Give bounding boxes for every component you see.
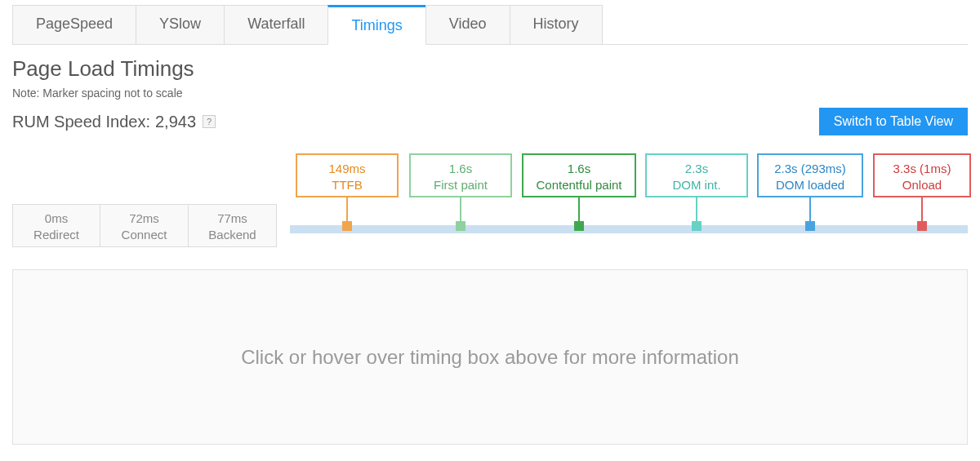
- dom-loaded-box[interactable]: 2.3s (293ms) DOM loaded: [757, 153, 863, 197]
- onload-box[interactable]: 3.3s (1ms) Onload: [873, 153, 971, 197]
- timeline-bar: [290, 225, 968, 233]
- info-panel: Click or hover over timing box above for…: [12, 269, 968, 445]
- connect-label: Connect: [100, 227, 188, 243]
- info-placeholder: Click or hover over timing box above for…: [241, 346, 739, 369]
- redirect-value: 0ms: [13, 211, 100, 227]
- connect-value: 72ms: [100, 211, 188, 227]
- backend-value: 77ms: [189, 211, 276, 227]
- onload-label: Onload: [875, 177, 969, 193]
- ttfb-label: TTFB: [297, 177, 397, 193]
- backend-box[interactable]: 77ms Backend: [189, 204, 277, 247]
- connect-box[interactable]: 72ms Connect: [100, 204, 189, 247]
- ttfb-value: 149ms: [297, 161, 397, 177]
- help-icon[interactable]: ?: [203, 115, 216, 128]
- switch-to-table-button[interactable]: Switch to Table View: [819, 108, 968, 135]
- tab-history[interactable]: History: [510, 5, 603, 44]
- rum-speed-index: RUM Speed Index: 2,943 ?: [12, 113, 216, 131]
- tab-bar: PageSpeed YSlow Waterfall Timings Video …: [12, 0, 968, 45]
- first-paint-value: 1.6s: [411, 161, 510, 177]
- dom-loaded-value: 2.3s (293ms): [759, 161, 862, 177]
- dom-int-box[interactable]: 2.3s DOM int.: [645, 153, 748, 197]
- page-title: Page Load Timings: [12, 56, 968, 82]
- dom-int-label: DOM int.: [647, 177, 746, 193]
- onload-value: 3.3s (1ms): [875, 161, 969, 177]
- backend-label: Backend: [189, 227, 276, 243]
- pre-timing-group: 0ms Redirect 72ms Connect 77ms Backend: [12, 204, 277, 247]
- scale-note: Note: Marker spacing not to scale: [12, 86, 968, 100]
- rum-label: RUM Speed Index:: [12, 113, 150, 131]
- tab-yslow[interactable]: YSlow: [136, 5, 225, 44]
- first-paint-box[interactable]: 1.6s First paint: [409, 153, 512, 197]
- contentful-paint-label: Contentful paint: [523, 177, 635, 193]
- timing-strip: 0ms Redirect 72ms Connect 77ms Backend 1…: [12, 153, 968, 259]
- redirect-box[interactable]: 0ms Redirect: [12, 204, 100, 247]
- tab-video[interactable]: Video: [425, 5, 510, 44]
- tab-waterfall[interactable]: Waterfall: [224, 5, 328, 44]
- first-paint-label: First paint: [411, 177, 510, 193]
- dom-loaded-label: DOM loaded: [759, 177, 862, 193]
- tab-timings[interactable]: Timings: [327, 5, 425, 45]
- redirect-label: Redirect: [13, 227, 100, 243]
- contentful-paint-box[interactable]: 1.6s Contentful paint: [522, 153, 636, 197]
- contentful-paint-value: 1.6s: [523, 161, 635, 177]
- rum-value: 2,943: [155, 113, 196, 131]
- dom-int-value: 2.3s: [647, 161, 746, 177]
- tab-pagespeed[interactable]: PageSpeed: [12, 5, 136, 44]
- ttfb-box[interactable]: 149ms TTFB: [296, 153, 399, 197]
